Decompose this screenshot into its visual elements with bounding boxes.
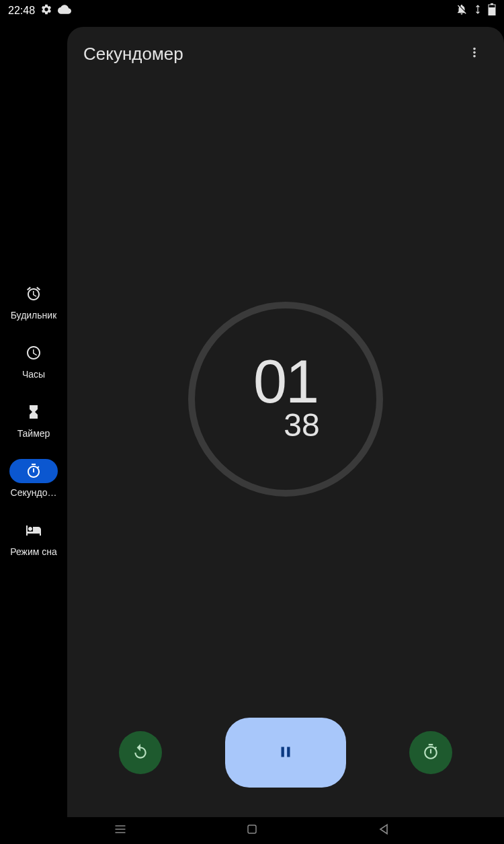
battery-icon [488, 3, 496, 18]
pause-button[interactable] [225, 718, 346, 788]
more-vert-icon [467, 45, 482, 62]
wifi-icon [473, 3, 482, 18]
status-left: 22:48 [8, 3, 71, 19]
pause-icon [277, 743, 294, 763]
main-panel: Секундомер 01 38 [67, 27, 504, 817]
sidebar-item-alarm[interactable]: Будильник [1, 282, 66, 321]
status-bar: 22:48 [0, 0, 504, 22]
sidebar-item-label: Секундо… [11, 487, 57, 498]
sidebar-item-timer[interactable]: Таймер [1, 400, 66, 439]
home-button[interactable] [246, 823, 258, 838]
app-container: Будильник Часы Таймер Секундо… Режим сна [0, 22, 504, 817]
stopwatch-display: 01 38 [67, 81, 504, 718]
page-title: Секундомер [83, 44, 183, 65]
reset-icon [132, 743, 149, 763]
sidebar-item-label: Будильник [11, 310, 57, 321]
reset-button[interactable] [119, 731, 162, 774]
elapsed-seconds: 01 [253, 355, 318, 409]
sidebar-item-label: Режим сна [10, 546, 57, 557]
sidebar-item-label: Часы [22, 369, 45, 380]
status-right [456, 3, 496, 18]
stopwatch-circle: 01 38 [188, 302, 383, 497]
bed-icon [9, 518, 58, 542]
sidebar-item-clock[interactable]: Часы [1, 341, 66, 380]
status-time: 22:48 [8, 5, 35, 17]
sidebar-item-label: Таймер [17, 428, 50, 439]
back-button[interactable] [377, 822, 390, 839]
lap-button[interactable] [409, 731, 452, 774]
sidebar-item-bedtime[interactable]: Режим сна [1, 518, 66, 557]
elapsed-hundredths: 38 [284, 407, 319, 444]
more-options-button[interactable] [461, 40, 488, 67]
gear-icon [40, 3, 52, 18]
cloud-icon [58, 3, 71, 19]
controls [67, 718, 504, 817]
hourglass-icon [9, 400, 58, 424]
stopwatch-icon [9, 459, 58, 483]
sidebar: Будильник Часы Таймер Секундо… Режим сна [0, 22, 67, 817]
sidebar-item-stopwatch[interactable]: Секундо… [1, 459, 66, 498]
lap-stopwatch-icon [422, 743, 439, 763]
system-nav-bar [0, 817, 504, 844]
svg-rect-3 [248, 825, 256, 833]
alarm-icon [9, 282, 58, 306]
notifications-off-icon [456, 3, 468, 18]
svg-rect-2 [489, 7, 495, 15]
clock-icon [9, 341, 58, 365]
recent-apps-button[interactable] [114, 822, 127, 839]
main-header: Секундомер [67, 27, 504, 81]
